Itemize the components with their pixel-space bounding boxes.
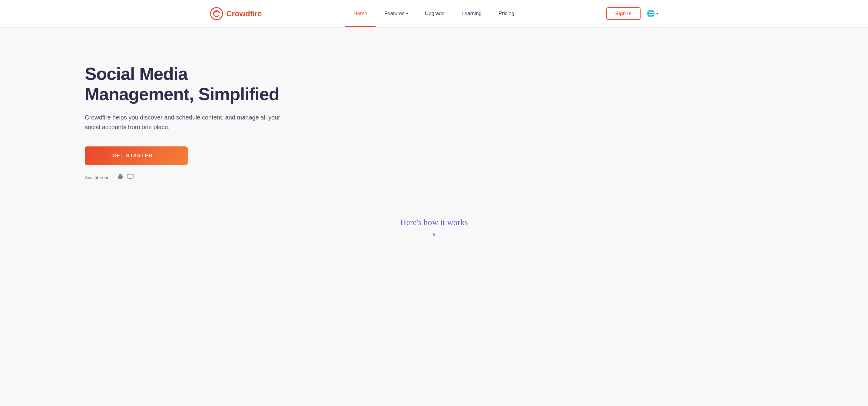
main-nav: Home Features ▾ Upgrade Learning Pricing [345,0,523,27]
nav-features[interactable]: Features ▾ [376,0,416,27]
globe-icon: 🌐 [647,10,655,18]
platform-icons [114,174,133,181]
language-selector[interactable]: 🌐 ▾ [647,10,658,18]
svg-rect-13 [129,179,132,179]
how-it-works-title: Here's how it works [42,217,826,227]
svg-rect-12 [129,178,131,179]
features-dropdown-icon: ▾ [406,11,408,16]
svg-rect-11 [127,174,133,178]
hero-section: Social Media Management, Simplified Crow… [0,28,868,406]
logo[interactable]: Crowdfire [210,7,262,20]
nav-learning[interactable]: Learning [453,0,490,27]
svg-rect-4 [119,178,120,179]
site-header: Crowdfire Home Features ▾ Upgrade Learni… [0,0,868,28]
android-icon [117,174,123,181]
available-on-row: Available on [85,174,291,181]
nav-pricing[interactable]: Pricing [490,0,523,27]
svg-line-9 [119,174,120,175]
svg-rect-3 [122,176,123,178]
hero-subtitle: Crowdfire helps you discover and schedul… [85,112,291,132]
desktop-icon [127,174,133,181]
svg-line-10 [121,174,122,175]
svg-point-7 [120,175,120,176]
hero-title: Social Media Management, Simplified [85,64,291,104]
scroll-down-icon[interactable]: ∨ [42,231,826,237]
nav-home[interactable]: Home [345,0,376,27]
nav-upgrade[interactable]: Upgrade [416,0,453,27]
svg-point-0 [211,7,223,20]
sign-in-button[interactable]: Sign in [606,7,641,20]
available-on-label: Available on [85,175,109,180]
header-right: Sign in 🌐 ▾ [606,7,658,20]
svg-rect-5 [121,178,121,179]
get-started-button[interactable]: GET STARTED → [85,146,188,165]
svg-point-8 [121,175,121,176]
logo-text: Crowdfire [226,9,262,19]
svg-rect-1 [118,176,122,179]
svg-rect-2 [118,176,118,178]
globe-chevron-icon: ▾ [656,11,658,16]
